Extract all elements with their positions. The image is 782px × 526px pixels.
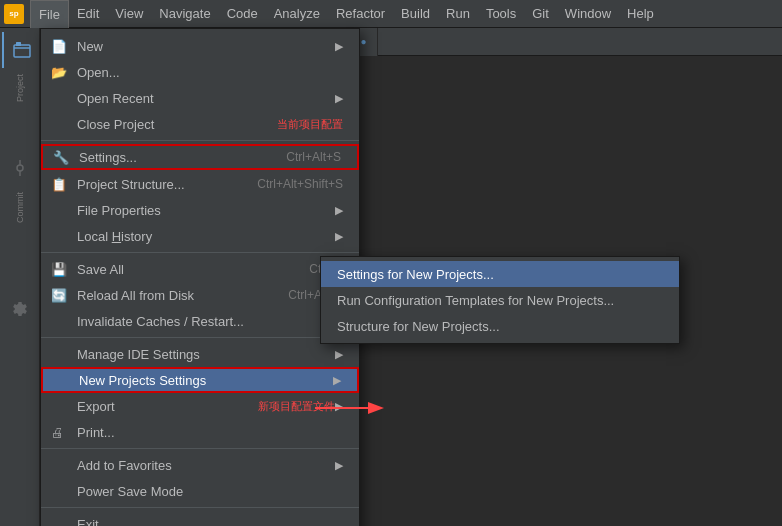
separator-1 — [41, 140, 359, 141]
annotation-current-project: 当前项目配置 — [277, 117, 343, 132]
settings-icon: 🔧 — [53, 150, 73, 165]
menu-item-close-project[interactable]: Close Project 当前项目配置 — [41, 111, 359, 137]
menu-code[interactable]: Code — [219, 0, 266, 28]
separator-5 — [41, 507, 359, 508]
menu-item-project-structure[interactable]: 📋 Project Structure... Ctrl+Alt+Shift+S — [41, 171, 359, 197]
local-history-arrow: ▶ — [335, 230, 343, 243]
menu-item-settings[interactable]: 🔧 Settings... Ctrl+Alt+S — [41, 144, 359, 170]
menu-open-recent-label: Open Recent — [77, 91, 329, 106]
separator-2 — [41, 252, 359, 253]
menu-help[interactable]: Help — [619, 0, 662, 28]
svg-point-2 — [17, 165, 23, 171]
submenu-structure-new-label: Structure for New Projects... — [337, 319, 500, 334]
menu-item-new-projects-settings[interactable]: New Projects Settings ▶ — [41, 367, 359, 393]
save-all-icon: 💾 — [51, 262, 71, 277]
menu-tools[interactable]: Tools — [478, 0, 524, 28]
menu-item-add-favorites[interactable]: Add to Favorites ▶ — [41, 452, 359, 478]
menu-analyze[interactable]: Analyze — [266, 0, 328, 28]
menu-manage-ide-label: Manage IDE Settings — [77, 347, 329, 362]
submenu-item-structure-new[interactable]: Structure for New Projects... — [321, 313, 679, 339]
menu-item-invalidate[interactable]: Invalidate Caches / Restart... — [41, 308, 359, 334]
sidebar-project-label: Project — [15, 74, 25, 102]
new-arrow: ▶ — [335, 40, 343, 53]
menu-edit[interactable]: Edit — [69, 0, 107, 28]
menu-item-new[interactable]: 📄 New ▶ — [41, 33, 359, 59]
manage-ide-arrow: ▶ — [335, 348, 343, 361]
main-area: Project Commit ⚙ − ≡ properties ✕ C Requ… — [0, 28, 782, 526]
file-properties-arrow: ▶ — [335, 204, 343, 217]
menu-item-manage-ide[interactable]: Manage IDE Settings ▶ — [41, 341, 359, 367]
open-icon: 📂 — [51, 65, 71, 80]
sidebar-commit-icon[interactable] — [2, 150, 38, 186]
menu-item-file-properties[interactable]: File Properties ▶ — [41, 197, 359, 223]
submenu-item-run-config[interactable]: Run Configuration Templates for New Proj… — [321, 287, 679, 313]
submenu-item-settings-new[interactable]: Settings for New Projects... — [321, 261, 679, 287]
menu-item-reload[interactable]: 🔄 Reload All from Disk Ctrl+Alt+Y — [41, 282, 359, 308]
annotation-new-project: 新项目配置文件 — [258, 399, 335, 414]
app-logo: sp — [4, 4, 24, 24]
separator-3 — [41, 337, 359, 338]
add-favorites-arrow: ▶ — [335, 459, 343, 472]
project-structure-shortcut: Ctrl+Alt+Shift+S — [257, 177, 343, 191]
settings-shortcut: Ctrl+Alt+S — [286, 150, 341, 164]
svg-rect-1 — [16, 42, 21, 46]
submenu-run-config-label: Run Configuration Templates for New Proj… — [337, 293, 614, 308]
menu-item-print[interactable]: 🖨 Print... — [41, 419, 359, 445]
sidebar-settings-icon[interactable] — [2, 291, 38, 327]
menu-window[interactable]: Window — [557, 0, 619, 28]
menu-open-label: Open... — [77, 65, 343, 80]
menu-local-history-label: Local History — [77, 229, 329, 244]
file-menu: 📄 New ▶ 📂 Open... Open Recent ▶ Close Pr… — [40, 28, 360, 526]
export-arrow: ▶ — [335, 400, 343, 413]
submenu-settings-new-label: Settings for New Projects... — [337, 267, 494, 282]
submenu-new-projects: Settings for New Projects... Run Configu… — [320, 256, 680, 344]
menu-project-structure-label: Project Structure... — [77, 177, 237, 192]
menu-file[interactable]: File — [30, 0, 69, 28]
sidebar-commit-label: Commit — [15, 192, 25, 223]
print-icon: 🖨 — [51, 425, 71, 440]
menu-view[interactable]: View — [107, 0, 151, 28]
menu-item-open[interactable]: 📂 Open... — [41, 59, 359, 85]
menu-close-project-label: Close Project — [77, 117, 269, 132]
separator-4 — [41, 448, 359, 449]
menu-exit-label: Exit — [77, 517, 343, 527]
menu-item-exit[interactable]: Exit — [41, 511, 359, 526]
menu-save-all-label: Save All — [77, 262, 289, 277]
menu-file-properties-label: File Properties — [77, 203, 329, 218]
menu-add-favorites-label: Add to Favorites — [77, 458, 329, 473]
reload-icon: 🔄 — [51, 288, 71, 303]
menu-item-power-save[interactable]: Power Save Mode — [41, 478, 359, 504]
menu-item-save-all[interactable]: 💾 Save All Ctrl+S — [41, 256, 359, 282]
open-recent-arrow: ▶ — [335, 92, 343, 105]
sidebar-project-icon[interactable] — [2, 32, 38, 68]
menu-navigate[interactable]: Navigate — [151, 0, 218, 28]
menu-item-local-history[interactable]: Local History ▶ — [41, 223, 359, 249]
svg-rect-0 — [14, 45, 30, 57]
menu-run[interactable]: Run — [438, 0, 478, 28]
menu-settings-label: Settings... — [79, 150, 266, 165]
project-structure-icon: 📋 — [51, 177, 71, 192]
menu-build[interactable]: Build — [393, 0, 438, 28]
menu-power-save-label: Power Save Mode — [77, 484, 343, 499]
menu-export-label: Export — [77, 399, 254, 414]
new-projects-settings-arrow: ▶ — [333, 374, 341, 387]
new-icon: 📄 — [51, 39, 71, 54]
menu-new-projects-settings-label: New Projects Settings — [79, 373, 327, 388]
menu-new-label: New — [77, 39, 329, 54]
tab-extra-close[interactable]: ● — [360, 36, 366, 47]
menu-item-export[interactable]: Export 新项目配置文件 ▶ — [41, 393, 359, 419]
menu-print-label: Print... — [77, 425, 343, 440]
menu-item-open-recent[interactable]: Open Recent ▶ — [41, 85, 359, 111]
menu-reload-label: Reload All from Disk — [77, 288, 268, 303]
menu-refactor[interactable]: Refactor — [328, 0, 393, 28]
sidebar: Project Commit — [0, 28, 40, 526]
menu-invalidate-label: Invalidate Caches / Restart... — [77, 314, 343, 329]
menu-git[interactable]: Git — [524, 0, 557, 28]
menu-bar: sp File Edit View Navigate Code Analyze … — [0, 0, 782, 28]
